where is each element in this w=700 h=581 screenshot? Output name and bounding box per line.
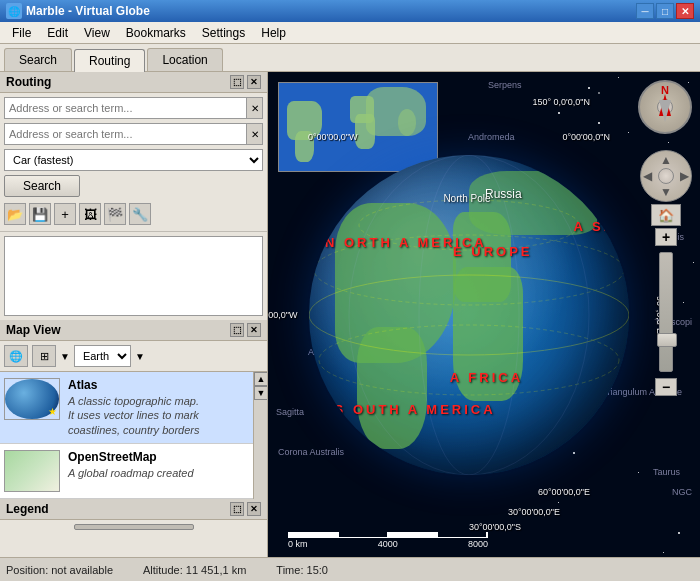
screenshot-button[interactable]: 🖼	[79, 203, 101, 225]
status-time: Time: 15:0	[276, 564, 328, 576]
globe[interactable]: N ORTH A MERICA S OUTH A MERICA E UROPE …	[309, 155, 629, 475]
nav-right[interactable]: ▶	[680, 169, 689, 183]
save-route-button[interactable]: 💾	[29, 203, 51, 225]
map-list-container: Atlas A classic topographic map. It uses…	[0, 372, 267, 499]
routing-search-button[interactable]: Search	[4, 175, 80, 197]
globe-view-button[interactable]: 🌐	[4, 345, 28, 367]
menu-file[interactable]: File	[4, 24, 39, 42]
atlas-name: Atlas	[68, 378, 249, 392]
legend-title: Legend	[6, 502, 49, 516]
constellation-ngc: NGC	[672, 487, 692, 497]
legend-float-button[interactable]: ⬚	[230, 502, 244, 516]
route-from-input[interactable]	[4, 97, 247, 119]
svg-point-0	[309, 275, 629, 355]
svg-point-2	[319, 325, 619, 395]
coord-top-left: 0°00'00,0"W	[308, 132, 358, 142]
coord-bottom-right1: 60°00'00,0"E	[538, 487, 590, 497]
routing-section-header: Routing ⬚ ✕	[0, 72, 267, 93]
scale-seg-1	[289, 532, 339, 537]
tab-search[interactable]: Search	[4, 48, 72, 71]
menu-settings[interactable]: Settings	[194, 24, 253, 42]
earth-dropdown[interactable]: ▼	[135, 351, 145, 362]
legend-close-button[interactable]: ✕	[247, 502, 261, 516]
settings-button[interactable]: 🔧	[129, 203, 151, 225]
scale-label-8000: 8000	[468, 539, 488, 549]
scale-seg-2	[339, 532, 389, 537]
menu-help[interactable]: Help	[253, 24, 294, 42]
map-scroll-down[interactable]: ▼	[254, 386, 267, 400]
window-title: Marble - Virtual Globe	[26, 4, 150, 18]
mapview-title: Map View	[6, 323, 60, 337]
constellation-taurus: Taurus	[653, 467, 680, 477]
scale-seg-3	[388, 532, 438, 537]
menu-edit[interactable]: Edit	[39, 24, 76, 42]
mapview-float-button[interactable]: ⬚	[230, 323, 244, 337]
map-list-item-atlas[interactable]: Atlas A classic topographic map. It uses…	[0, 372, 253, 444]
scale-seg-4	[438, 532, 488, 537]
map-list-scrollbar[interactable]: ▲ ▼	[253, 372, 267, 499]
nav-center-btn[interactable]	[658, 168, 674, 184]
scale-line	[288, 532, 488, 538]
osm-thumbnail	[4, 450, 60, 492]
atlas-desc: A classic topographic map. It uses vecto…	[68, 394, 249, 437]
legend-slider-row	[0, 520, 267, 534]
globe-container[interactable]: N ORTH A MERICA S OUTH A MERICA E UROPE …	[298, 102, 640, 527]
svg-point-3	[359, 200, 579, 250]
route-list	[4, 236, 263, 316]
atlas-thumbnail	[4, 378, 60, 420]
open-route-button[interactable]: 📂	[4, 203, 26, 225]
transport-select[interactable]: Car (fastest)	[4, 149, 263, 171]
osm-desc: A global roadmap created	[68, 466, 249, 480]
scale-labels: 0 km 4000 8000	[288, 539, 488, 549]
map-area[interactable]: Serpens Taurus NGC Sagitta Triangulum Au…	[268, 72, 700, 557]
status-position: Position: not available	[6, 564, 113, 576]
compass-south-arrow	[659, 100, 671, 122]
route-to-clear[interactable]: ✕	[247, 123, 263, 145]
nav-left[interactable]: ◀	[643, 169, 652, 183]
routing-title: Routing	[6, 75, 51, 89]
flag-button[interactable]: 🏁	[104, 203, 126, 225]
maximize-button[interactable]: □	[656, 3, 674, 19]
add-waypoint-button[interactable]: +	[54, 203, 76, 225]
route-to-input[interactable]	[4, 123, 247, 145]
mapview-section-header: Map View ⬚ ✕	[0, 320, 267, 341]
coord-bottom-right2: 30°00'00,0"E	[508, 507, 560, 517]
routing-close-button[interactable]: ✕	[247, 75, 261, 89]
close-button[interactable]: ✕	[676, 3, 694, 19]
menu-bookmarks[interactable]: Bookmarks	[118, 24, 194, 42]
nav-up[interactable]: ▲	[660, 153, 672, 167]
route-from-clear[interactable]: ✕	[247, 97, 263, 119]
left-panel: Routing ⬚ ✕ ✕ ✕ Car (fastest) Searc	[0, 72, 268, 557]
zoom-thumb[interactable]	[657, 333, 677, 347]
nav-controls: ▲ ▼ ◀ ▶ 🏠 + −	[640, 140, 692, 396]
atlas-globe-preview	[5, 379, 59, 419]
constellation-serpens: Serpens	[488, 80, 522, 90]
osm-info: OpenStreetMap A global roadmap created	[68, 450, 249, 480]
compass-ring: N	[638, 80, 692, 134]
grid-dropdown[interactable]: ▼	[60, 351, 70, 362]
legend-slider[interactable]	[74, 524, 194, 530]
tab-routing[interactable]: Routing	[74, 49, 145, 72]
tab-location[interactable]: Location	[147, 48, 222, 71]
coord-top-right2: 0°00'00,0"N	[562, 132, 610, 142]
zoom-track[interactable]	[659, 252, 673, 372]
grid-view-button[interactable]: ⊞	[32, 345, 56, 367]
map-list-item-osm[interactable]: OpenStreetMap A global roadmap created	[0, 444, 253, 499]
zoom-out-button[interactable]: −	[655, 378, 677, 396]
app-icon: 🌐	[6, 3, 22, 19]
osm-preview	[5, 451, 59, 491]
status-altitude: Altitude: 11 451,1 km	[143, 564, 246, 576]
osm-name: OpenStreetMap	[68, 450, 249, 464]
earth-select[interactable]: Earth	[74, 345, 131, 367]
map-scroll-up[interactable]: ▲	[254, 372, 267, 386]
mapview-close-button[interactable]: ✕	[247, 323, 261, 337]
zoom-in-button[interactable]: +	[655, 228, 677, 246]
minimize-button[interactable]: ─	[636, 3, 654, 19]
nav-down[interactable]: ▼	[660, 185, 672, 199]
routing-inputs: ✕ ✕ Car (fastest) Search 📂 💾 + 🖼 🏁 🔧	[0, 93, 267, 232]
home-button[interactable]: 🏠	[651, 204, 681, 226]
routing-float-button[interactable]: ⬚	[230, 75, 244, 89]
svg-point-4	[419, 155, 519, 475]
menu-view[interactable]: View	[76, 24, 118, 42]
nav-ring[interactable]: ▲ ▼ ◀ ▶	[640, 150, 692, 202]
